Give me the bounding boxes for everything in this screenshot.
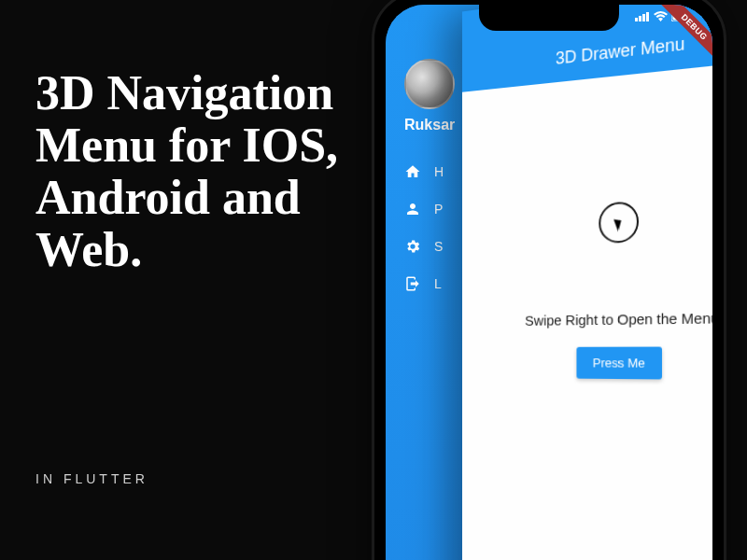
signal-icon [635,11,650,21]
main-body: Swipe Right to Open the Menu Press Me [462,57,712,381]
press-me-button[interactable]: Press Me [576,347,662,380]
menu-item-label: S [434,239,443,254]
instruction-text: Swipe Right to Open the Menu [525,309,712,329]
wifi-icon [654,11,668,21]
person-icon [404,201,421,217]
page-subhead: IN FLUTTER [35,471,148,486]
phone-screen: DEBUG Ruksar H P S [386,5,712,560]
logout-icon [404,275,421,292]
main-panel[interactable]: 3D Drawer Menu Swipe Right to Open the M… [462,5,712,560]
settings-icon [404,238,421,255]
svg-rect-3 [646,12,649,21]
menu-item-label: L [434,276,442,291]
phone-notch [479,5,619,31]
svg-rect-0 [635,18,638,21]
cursor-indicator [599,201,639,244]
phone-frame: DEBUG Ruksar H P S [372,0,726,560]
avatar[interactable] [404,59,455,109]
menu-item-label: H [434,164,444,179]
app-bar-title: 3D Drawer Menu [556,34,684,69]
menu-item-label: P [434,202,443,217]
svg-rect-2 [642,14,645,21]
svg-rect-1 [639,16,641,21]
page-headline: 3D Navigation Menu for IOS, Android and … [35,67,372,277]
home-icon [404,163,421,180]
